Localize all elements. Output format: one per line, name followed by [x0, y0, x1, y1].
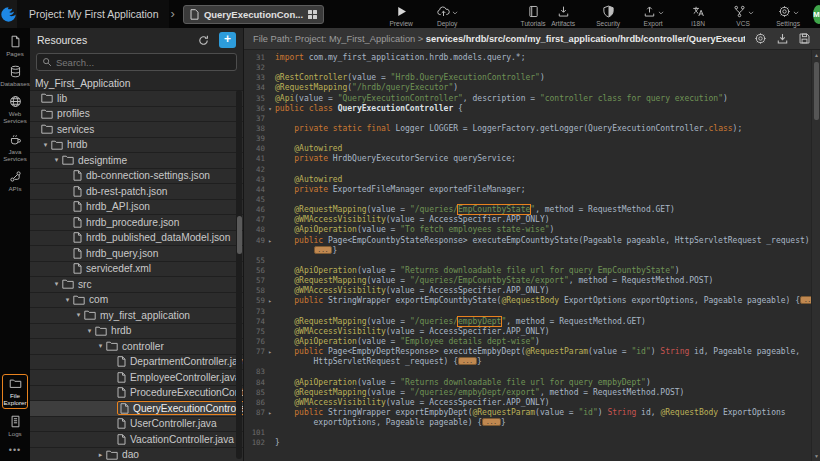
code-token: Logger LOGGER = LoggerFactory.getLogger(…	[395, 124, 708, 133]
code-line: 40 @Autowired	[244, 144, 811, 154]
topbar-action-tutorials[interactable]: Tutorials	[518, 2, 548, 27]
tree-item-hrdb[interactable]: ▾hrdb	[30, 324, 243, 340]
editor-settings-button[interactable]	[754, 32, 767, 45]
tree-item-lib[interactable]: lib	[30, 91, 243, 107]
tree-item-services[interactable]: services	[30, 122, 243, 138]
rail-item-pages[interactable]: Pages	[0, 35, 30, 57]
code-text: private static final Logger LOGGER = Log…	[275, 124, 742, 134]
avatar[interactable]: MP	[813, 5, 820, 24]
topbar-action-preview[interactable]: Preview	[386, 2, 416, 27]
app-logo[interactable]	[0, 0, 17, 28]
folded-code-placeholder[interactable]: ...	[800, 296, 811, 304]
topbar-action-label: Preview	[389, 20, 412, 27]
tree-item-db-rest-patch-json[interactable]: db-rest-patch.json	[30, 184, 243, 200]
editor-scrollbar-thumb[interactable]	[814, 62, 819, 120]
topbar-action-settings[interactable]: Settings	[773, 2, 803, 27]
code-area[interactable]: 31import com.my_first_application.hrdb.m…	[244, 50, 820, 461]
tree-item-departmentcontroller-java[interactable]: DepartmentController.java	[30, 355, 243, 371]
code-token: (value =	[294, 94, 337, 103]
code-text: @WMAccessVisibility(value = AccessSpecif…	[275, 286, 550, 296]
tree-item-hrdb-query-json[interactable]: hrdb_query.json	[30, 246, 243, 262]
rail-item-web-services[interactable]: Web Services	[0, 95, 30, 124]
tree-item-servicedef-xml[interactable]: servicedef.xml	[30, 262, 243, 278]
download-file-button[interactable]	[776, 32, 789, 45]
code-line: 75 @WMAccessVisibility(value = AccessSpe…	[244, 327, 811, 337]
search-input[interactable]	[56, 57, 231, 68]
tree-item-hrdb-api-json[interactable]: hrdb_API.json	[30, 200, 243, 216]
editor-scrollbar[interactable]: ▲ ▼	[811, 50, 820, 461]
fold-marker-icon[interactable]: ▸	[265, 408, 275, 418]
tree-item-hrdb-procedure-json[interactable]: hrdb_procedure.json	[30, 215, 243, 231]
line-number: 41	[244, 154, 265, 164]
fold-marker-icon[interactable]: ▾	[265, 104, 275, 114]
topbar-action-vcs[interactable]: VCS	[728, 2, 758, 27]
tree-expander-icon[interactable]: ▾	[95, 342, 106, 350]
rail-item-file-explorer[interactable]: File Explorer	[2, 374, 28, 409]
rail-item-java-services[interactable]: Java Services	[0, 133, 30, 162]
topbar-action-i18n[interactable]: i18N	[683, 2, 713, 27]
code-token: ExportedFileManager exportedFileManager;	[333, 185, 526, 194]
rail-item-databases[interactable]: Databases	[0, 65, 30, 87]
tree-item-procedureexecutioncontroller-java[interactable]: ProcedureExecutionController.java	[30, 386, 243, 402]
topbar-action-deploy[interactable]: Deploy	[432, 2, 462, 27]
rail-overflow-menu[interactable]: •••	[9, 445, 21, 455]
tree-root[interactable]: My_First_Application	[30, 76, 243, 91]
add-resource-button[interactable]: +	[219, 32, 236, 48]
code-token: }	[477, 357, 482, 366]
file-tab[interactable]: QueryExecutionCon...	[183, 5, 324, 24]
gutter-space	[265, 83, 275, 93]
tree-item-profiles[interactable]: profiles	[30, 107, 243, 123]
folded-code-placeholder[interactable]: ...	[314, 246, 333, 254]
gutter-space	[265, 215, 275, 225]
fold-marker-icon[interactable]: ▸	[265, 236, 275, 246]
tree-expander-icon[interactable]: ▾	[51, 280, 62, 288]
tree-item-hrdb-published-datamodel-json[interactable]: hrdb_published_dataModel.json	[30, 231, 243, 247]
tree-item-src[interactable]: ▾src	[30, 277, 243, 293]
code-token: (value =	[357, 378, 400, 387]
tree-item-employeecontroller-java[interactable]: EmployeeController.java	[30, 370, 243, 386]
tree-item-db-connection-settings-json[interactable]: db-connection-settings.json	[30, 169, 243, 185]
code-token: )	[453, 83, 458, 92]
code-token: @WMAccessVisibility	[294, 327, 386, 336]
tree-item-vacationcontroller-java[interactable]: VacationController.java	[30, 432, 243, 448]
scroll-down-icon[interactable]: ▼	[812, 453, 820, 459]
grid-icon[interactable]	[308, 10, 317, 19]
line-number: 76	[244, 337, 265, 347]
tree-scrollbar[interactable]	[236, 90, 242, 459]
folded-code-placeholder[interactable]: ...	[482, 418, 501, 426]
tree-expander-icon[interactable]: ▸	[95, 451, 106, 459]
tree-item-com[interactable]: ▾com	[30, 293, 243, 309]
tree-expander-icon[interactable]: ▾	[51, 156, 62, 164]
folded-code-placeholder[interactable]: ...	[458, 357, 477, 365]
tree-item-hrdb[interactable]: ▾hrdb	[30, 138, 243, 154]
topbar-action-export[interactable]: Export	[638, 2, 668, 27]
topbar-right-actions: ArtifactsSecurityExporti18NVCSSettings	[548, 2, 803, 27]
code-editor[interactable]: 31import com.my_first_application.hrdb.m…	[244, 50, 811, 461]
scroll-up-icon[interactable]: ▲	[812, 52, 820, 58]
tree-expander-icon[interactable]: ▾	[62, 296, 73, 304]
project-label[interactable]: Project: My First Application	[29, 8, 159, 20]
code-text: public StringWrapper exportEmpCountbySta…	[275, 296, 811, 306]
tree-item-queryexecutioncontroller-java[interactable]: QueryExecutionController.java	[30, 401, 243, 417]
tree-item-my-first-application[interactable]: ▾my_first_application	[30, 308, 243, 324]
tree-item-designtime[interactable]: ▾designtime	[30, 153, 243, 169]
tree-expander-icon[interactable]: ▾	[73, 311, 84, 319]
refresh-icon[interactable]	[197, 34, 210, 47]
tree-item-label: db-connection-settings.json	[86, 170, 210, 181]
tree-item-usercontroller-java[interactable]: UserController.java	[30, 417, 243, 433]
rail-item-apis[interactable]: APIs	[0, 170, 30, 192]
fold-marker-icon[interactable]: ▸	[265, 347, 275, 357]
code-line: 42	[244, 165, 811, 175]
fold-marker-icon[interactable]: ▸	[265, 296, 275, 306]
topbar-action-artifacts[interactable]: Artifacts	[548, 2, 578, 27]
tree-item-dao[interactable]: ▸dao	[30, 448, 243, 461]
file-icon	[73, 232, 82, 243]
tree-item-controller[interactable]: ▾controller	[30, 339, 243, 355]
rail-item-logs[interactable]: Logs	[0, 415, 30, 437]
topbar-action-security[interactable]: Security	[593, 2, 623, 27]
tree-expander-icon[interactable]: ▾	[40, 141, 51, 149]
tree-expander-icon[interactable]: ▾	[84, 327, 95, 335]
tree-scrollbar-thumb[interactable]	[237, 216, 242, 254]
code-text: @RequestMapping(value = "/queries/EmpCou…	[275, 276, 713, 286]
save-file-button[interactable]	[798, 32, 811, 45]
